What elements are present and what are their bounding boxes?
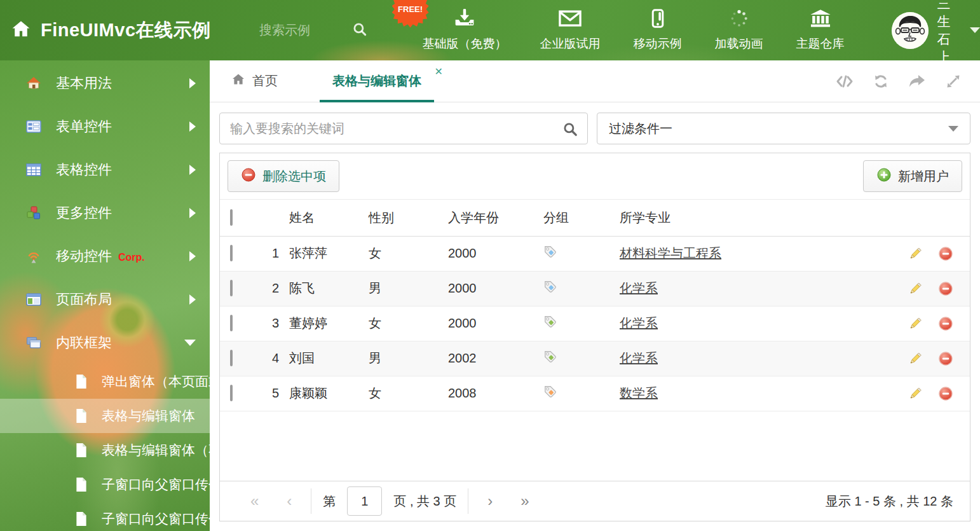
- row-checkbox[interactable]: [230, 315, 233, 331]
- header-search[interactable]: 搜索示例: [259, 21, 368, 40]
- cell-name: 张萍萍: [279, 236, 358, 271]
- row-checkbox[interactable]: [230, 280, 233, 296]
- sidebar-subitem-child-to-parent[interactable]: 子窗口向父窗口传值: [0, 467, 210, 502]
- edit-pencil-icon[interactable]: [908, 316, 923, 331]
- next-page-button[interactable]: ›: [473, 492, 507, 510]
- delete-row-icon[interactable]: [938, 281, 953, 296]
- nav-item-basic-edition[interactable]: FREE! 基础版（免费）: [406, 9, 524, 52]
- keyword-search-input[interactable]: [220, 113, 587, 144]
- chevron-right-icon: [189, 78, 196, 88]
- sidebar-item-mobile-controls[interactable]: 移动控件Corp.: [0, 235, 210, 278]
- nav-item-enterprise-trial[interactable]: 企业版试用: [524, 9, 617, 52]
- sidebar-item-iframe[interactable]: 内联框架: [0, 321, 210, 364]
- sidebar-subitem-child-to-parent-2[interactable]: 子窗口向父窗口传值...: [0, 502, 210, 531]
- tab-grid-edit-window[interactable]: 表格与编辑窗体 ✕: [316, 60, 438, 102]
- search-icon[interactable]: [351, 21, 368, 40]
- column-header-year[interactable]: 入学年份: [438, 200, 533, 236]
- sidebar-item-label: 表单控件: [56, 117, 112, 136]
- delete-selected-button[interactable]: 删除选中项: [228, 160, 339, 192]
- sidebar-item-page-layout[interactable]: 页面布局: [0, 278, 210, 321]
- row-checkbox[interactable]: [230, 350, 233, 366]
- delete-row-icon[interactable]: [938, 351, 953, 366]
- cell-year: 2000: [438, 271, 533, 306]
- layout-icon: [25, 293, 42, 306]
- table-icon: [25, 163, 42, 176]
- edit-pencil-icon[interactable]: [908, 246, 923, 261]
- user-menu[interactable]: 三生石上: [892, 0, 980, 66]
- page-number-input[interactable]: [347, 486, 382, 516]
- add-circle-icon: [876, 167, 892, 186]
- sidebar-item-label: 表格控件: [56, 160, 112, 179]
- edit-pencil-icon[interactable]: [908, 351, 923, 366]
- mobile-icon: [651, 9, 664, 31]
- column-header-group[interactable]: 分组: [533, 200, 609, 236]
- brand[interactable]: FineUIMvc在线示例: [0, 18, 254, 43]
- delete-row-icon[interactable]: [938, 316, 953, 331]
- sidebar-item-more-controls[interactable]: 更多控件: [0, 191, 210, 235]
- column-header-major[interactable]: 所学专业: [609, 200, 887, 236]
- prev-page-button[interactable]: ‹: [273, 492, 306, 510]
- index-column-header: [250, 200, 279, 236]
- first-page-button[interactable]: «: [236, 492, 273, 510]
- chevron-right-icon: [189, 251, 196, 261]
- sidebar-item-label: 页面布局: [56, 290, 112, 309]
- grid-empty-space: [220, 411, 970, 481]
- app-header: FineUIMvc在线示例 搜索示例 FREE! 基础版（免费） 企业版试用: [0, 0, 980, 60]
- tag-icon: [543, 352, 557, 366]
- chevron-right-icon: [189, 165, 196, 175]
- house-icon: [25, 76, 42, 91]
- major-link[interactable]: 数学系: [620, 386, 658, 400]
- sidebar-subitem-grid-edit-window[interactable]: 表格与编辑窗体: [0, 399, 210, 433]
- row-checkbox[interactable]: [230, 245, 233, 261]
- cell-gender: 女: [358, 236, 438, 271]
- close-icon[interactable]: ✕: [435, 66, 443, 78]
- chevron-right-icon: [189, 121, 196, 132]
- select-all-checkbox[interactable]: [230, 209, 233, 226]
- table-row: 1 张萍萍 女 2000 材料科学与工程系: [220, 236, 970, 271]
- sidebar-subitem-popup-window[interactable]: 弹出窗体（本页面或...: [0, 364, 210, 399]
- refresh-icon[interactable]: [873, 74, 889, 89]
- filter-dropdown[interactable]: 过滤条件一: [597, 113, 970, 144]
- grid-header-row: 姓名 性别 入学年份 分组 所学专业: [220, 200, 970, 236]
- last-page-button[interactable]: »: [507, 492, 543, 510]
- page-label-prefix: 第: [316, 493, 342, 510]
- expand-icon[interactable]: [945, 74, 962, 89]
- sidebar-subitem-label: 子窗口向父窗口传值: [102, 476, 222, 493]
- chevron-down-icon: [948, 126, 958, 132]
- nav-item-loading-animation[interactable]: 加载动画: [698, 9, 780, 52]
- cell-year: 2000: [438, 306, 533, 341]
- major-link[interactable]: 化学系: [620, 281, 658, 295]
- major-link[interactable]: 化学系: [620, 351, 658, 365]
- nav-item-theme-repo[interactable]: 主题仓库: [780, 9, 861, 52]
- column-header-gender[interactable]: 性别: [358, 200, 438, 236]
- add-user-label: 新增用户: [898, 168, 949, 185]
- column-header-name[interactable]: 姓名: [279, 200, 358, 236]
- sidebar-item-form-controls[interactable]: 表单控件: [0, 105, 210, 148]
- sidebar-item-basic-usage[interactable]: 基本用法: [0, 62, 210, 105]
- sidebar-subitem-grid-edit-window-2[interactable]: 表格与编辑窗体（不...: [0, 433, 210, 467]
- cell-year: 2000: [438, 236, 533, 271]
- major-link[interactable]: 材料科学与工程系: [620, 246, 721, 260]
- sidebar-subitem-label: 表格与编辑窗体: [102, 407, 195, 425]
- delete-row-icon[interactable]: [938, 246, 953, 261]
- add-user-button[interactable]: 新增用户: [863, 160, 962, 192]
- search-icon[interactable]: [562, 121, 578, 140]
- nav-item-mobile-demo[interactable]: 移动示例: [617, 9, 698, 52]
- edit-pencil-icon[interactable]: [908, 281, 923, 296]
- delete-row-icon[interactable]: [938, 386, 953, 401]
- form-icon: [25, 120, 42, 133]
- row-index: 3: [250, 306, 279, 341]
- sidebar-item-grid-controls[interactable]: 表格控件: [0, 148, 210, 191]
- tab-home[interactable]: 首页: [219, 60, 289, 102]
- major-link[interactable]: 化学系: [620, 316, 658, 330]
- tab-bar: 首页 表格与编辑窗体 ✕: [210, 60, 980, 102]
- cell-gender: 男: [358, 341, 438, 376]
- cell-group: [533, 271, 609, 306]
- cell-name: 刘国: [279, 341, 358, 376]
- source-code-icon[interactable]: [836, 74, 854, 89]
- row-checkbox[interactable]: [230, 385, 233, 401]
- cell-gender: 女: [358, 376, 438, 411]
- page-icon: [75, 477, 88, 492]
- share-icon[interactable]: [908, 74, 926, 89]
- edit-pencil-icon[interactable]: [908, 386, 923, 401]
